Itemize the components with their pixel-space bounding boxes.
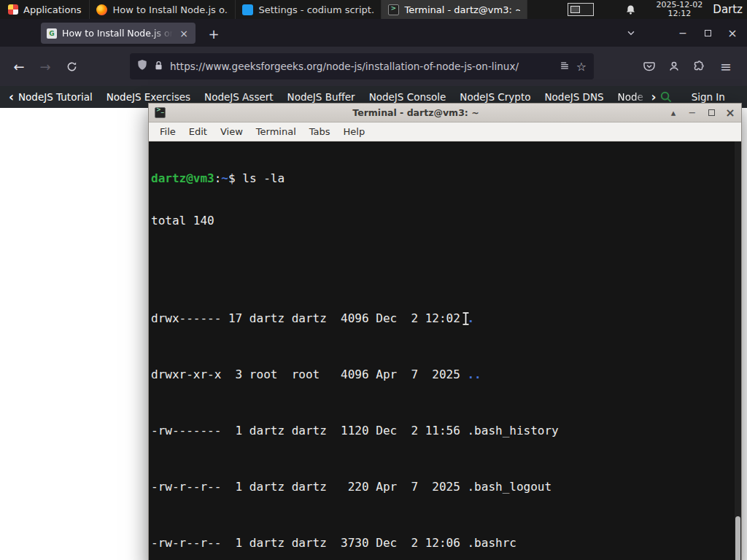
terminal-window-title: Terminal - dartz@vm3: ~ — [149, 107, 683, 118]
prompt-colon: : — [214, 171, 222, 185]
reader-mode-icon[interactable] — [560, 60, 570, 74]
taskbar-window-button[interactable]: Settings - codium script... — [236, 0, 382, 19]
taskbar-window-title: Settings - codium script... — [258, 4, 374, 15]
taskbar-window-icon — [242, 4, 253, 15]
lock-icon[interactable] — [154, 60, 163, 74]
prompt-symbol: $ — [228, 171, 236, 185]
new-tab-button[interactable]: + — [204, 24, 223, 43]
user-label: Dartz — [713, 3, 743, 16]
reload-button[interactable] — [60, 55, 83, 78]
tracking-protection-shield-icon[interactable] — [137, 59, 147, 74]
terminal-window: Terminal - dartz@vm3: ~ ▴ − × File Edit … — [148, 103, 742, 560]
back-button[interactable]: ← — [7, 55, 31, 78]
site-search-icon[interactable] — [659, 90, 673, 104]
file-name: .bash_logout — [467, 480, 551, 494]
terminal-menu-item[interactable]: Terminal — [249, 124, 303, 139]
site-nav-link[interactable]: NodeJS Assert — [204, 91, 274, 103]
terminal-line: -rw-r--r-- 1 dartz dartz 3730 Dec 2 12:0… — [151, 536, 734, 550]
file-name: .bashrc — [467, 536, 516, 550]
terminal-prompt-line: dartz@vm3:~$ ls -la — [151, 171, 734, 185]
terminal-total-line: total 140 — [151, 214, 734, 228]
prompt-user-host: dartz@vm3 — [151, 171, 214, 185]
browser-tab[interactable]: G How to Install Node.js or × — [41, 23, 196, 44]
site-nav-link[interactable]: NodeJS Console — [369, 91, 446, 103]
notifications-bell-icon[interactable] — [624, 4, 637, 15]
taskbar-window-title: How to Install Node.js o... — [112, 4, 228, 15]
terminal-menu-item[interactable]: View — [214, 124, 249, 139]
tab-favicon: G — [47, 28, 57, 39]
typed-command: ls -la — [236, 171, 285, 185]
taskbar-window-icon — [388, 4, 399, 15]
workspace-switcher[interactable] — [568, 3, 594, 16]
terminal-menu-item[interactable]: Help — [337, 124, 372, 139]
site-nav-link[interactable]: Node — [618, 91, 649, 103]
terminal-output-area[interactable]: dartz@vm3:~$ ls -la total 140 drwx------… — [149, 141, 741, 560]
site-nav-link[interactable]: NodeJS Buffer — [287, 91, 355, 103]
file-attributes: drwx------ 17 dartz dartz 4096 Dec 2 12:… — [151, 311, 467, 325]
browser-tab-bar: G How to Install Node.js or × + − × — [0, 19, 747, 47]
browser-restore-button[interactable] — [697, 25, 718, 41]
tab-title: How to Install Node.js or — [62, 28, 173, 39]
pocket-save-icon[interactable] — [638, 55, 661, 78]
system-tray: 2025-12-02 12:12 Dartz — [624, 1, 747, 18]
file-attributes: -rw-r--r-- 1 dartz dartz 220 Apr 7 2025 — [151, 480, 467, 494]
extensions-puzzle-icon[interactable] — [687, 55, 711, 78]
applications-menu-button[interactable]: Applications — [0, 0, 90, 19]
file-attributes: -rw------- 1 dartz dartz 1120 Dec 2 11:5… — [151, 424, 467, 438]
file-attributes: -rw-r--r-- 1 dartz dartz 3730 Dec 2 12:0… — [151, 536, 467, 550]
desktop: Applications How to Install Node.js o...… — [0, 0, 747, 560]
terminal-scrollbar[interactable] — [735, 141, 741, 560]
taskbar-window-icon — [96, 4, 107, 15]
maximize-icon — [708, 109, 715, 116]
terminal-line: drwxr-xr-x 3 root root 4096 Apr 7 2025 .… — [151, 368, 734, 381]
terminal-titlebar[interactable]: Terminal - dartz@vm3: ~ ▴ − × — [149, 104, 741, 122]
taskbar-window-button[interactable]: Terminal - dartz@vm3: ~ — [382, 0, 527, 19]
browser-nav-toolbar: ← → https://www.geeksforgeeks.org/node-j… — [0, 47, 747, 86]
terminal-line: -rw-r--r-- 1 dartz dartz 220 Apr 7 2025 … — [151, 480, 734, 494]
bookmark-star-icon[interactable]: ☆ — [576, 60, 587, 74]
taskbar-window-title: Terminal - dartz@vm3: ~ — [404, 4, 520, 15]
sign-in-link[interactable]: Sign In — [692, 91, 725, 103]
file-name: .. — [467, 368, 481, 381]
url-text: https://www.geeksforgeeks.org/node-js/in… — [170, 61, 553, 72]
window-task-list: How to Install Node.js o... Settings - c… — [90, 0, 527, 19]
terminal-window-controls: ▴ − × — [668, 107, 735, 119]
terminal-menubar: File Edit View Terminal Tabs Help — [149, 122, 741, 141]
restore-icon — [705, 30, 711, 36]
terminal-menu-item[interactable]: File — [153, 124, 182, 139]
applications-icon — [8, 4, 18, 15]
url-bar[interactable]: https://www.geeksforgeeks.org/node-js/in… — [130, 53, 594, 79]
terminal-menu-item[interactable]: Edit — [182, 124, 214, 139]
system-taskbar: Applications How to Install Node.js o...… — [0, 0, 747, 19]
terminal-scrollbar-thumb[interactable] — [735, 516, 740, 560]
terminal-shade-button[interactable]: ▴ — [668, 107, 678, 119]
list-all-tabs-icon[interactable] — [626, 27, 636, 41]
site-nav-link[interactable]: NodeJS Tutorial — [18, 91, 93, 103]
tab-close-icon[interactable]: × — [178, 28, 190, 39]
prompt-path: ~ — [221, 171, 228, 185]
site-nav-items: NodeJS Tutorial NodeJS Exercises NodeJS … — [18, 91, 649, 103]
site-nav-link[interactable]: NodeJS Exercises — [107, 91, 190, 103]
clock[interactable]: 2025-12-02 12:12 — [656, 1, 703, 18]
clock-time: 12:12 — [656, 9, 703, 18]
site-nav-link[interactable]: NodeJS DNS — [544, 91, 603, 103]
terminal-minimize-button[interactable]: − — [687, 107, 697, 119]
hamburger-menu-icon[interactable]: ≡ — [714, 55, 738, 78]
terminal-maximize-button[interactable] — [706, 107, 716, 119]
terminal-close-button[interactable]: × — [725, 107, 735, 119]
ibeam-mouse-pointer — [462, 312, 470, 328]
applications-label: Applications — [23, 4, 81, 15]
taskbar-window-button[interactable]: How to Install Node.js o... — [90, 0, 236, 19]
site-nav-link[interactable]: NodeJS Crypto — [460, 91, 530, 103]
workspace-window-thumb — [570, 6, 580, 13]
forward-button[interactable]: → — [34, 55, 57, 78]
nav-chevron-left-icon[interactable]: ‹ — [6, 91, 17, 104]
nav-chevron-right-icon[interactable]: › — [649, 91, 659, 104]
browser-close-button[interactable]: × — [722, 25, 743, 41]
file-attributes: drwxr-xr-x 3 root root 4096 Apr 7 2025 — [151, 368, 467, 381]
terminal-line: drwx------ 17 dartz dartz 4096 Dec 2 12:… — [151, 311, 734, 325]
account-icon[interactable] — [662, 55, 686, 78]
terminal-listing: drwx------ 17 dartz dartz 4096 Dec 2 12:… — [151, 256, 734, 560]
terminal-menu-item[interactable]: Tabs — [303, 124, 337, 139]
browser-minimize-button[interactable]: − — [673, 25, 693, 41]
